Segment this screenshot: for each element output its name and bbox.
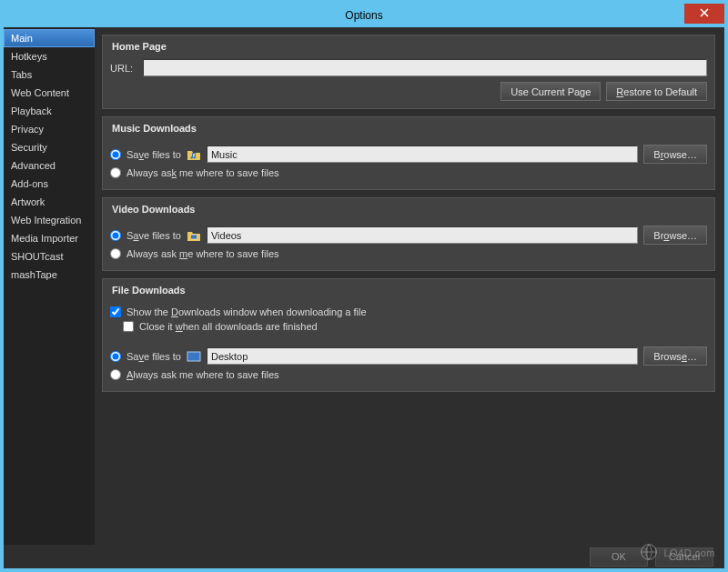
window-title: Options xyxy=(345,9,382,22)
main-panel: Home Page URL: Use Current Page Restore … xyxy=(95,27,724,545)
sidebar-item-media-importer[interactable]: Media Importer xyxy=(4,229,95,247)
file-save-label: Save files to xyxy=(126,351,181,362)
restore-default-button[interactable]: Restore to Default xyxy=(606,82,707,101)
titlebar: Options xyxy=(4,4,724,27)
section-video-downloads: Video Downloads Save files to Browse… Al… xyxy=(102,197,715,271)
section-title: Music Downloads xyxy=(110,117,707,141)
file-ask-radio[interactable] xyxy=(110,369,121,380)
sidebar-item-addons[interactable]: Add-ons xyxy=(4,175,95,193)
music-save-label: Save files to xyxy=(126,149,181,160)
sidebar-item-main[interactable]: Main xyxy=(4,29,95,47)
music-ask-row: Always ask me where to save files xyxy=(110,167,707,178)
svg-rect-1 xyxy=(187,352,200,361)
sidebar-item-tabs[interactable]: Tabs xyxy=(4,65,95,84)
sidebar-item-advanced[interactable]: Advanced xyxy=(4,156,95,175)
music-path-input[interactable] xyxy=(207,146,638,163)
sidebar-item-hotkeys[interactable]: Hotkeys xyxy=(4,47,95,65)
sidebar-item-playback[interactable]: Playback xyxy=(4,102,95,120)
options-window: Options Main Hotkeys Tabs Web Content Pl… xyxy=(0,0,728,572)
file-close-checkbox[interactable] xyxy=(123,321,134,332)
home-buttons: Use Current Page Restore to Default xyxy=(110,82,707,101)
video-ask-radio[interactable] xyxy=(110,248,121,259)
video-ask-label: Always ask me where to save files xyxy=(126,248,279,259)
music-browse-button[interactable]: Browse… xyxy=(643,145,707,164)
window-body: Main Hotkeys Tabs Web Content Playback P… xyxy=(4,27,724,545)
close-icon xyxy=(700,8,709,19)
section-music-downloads: Music Downloads Save files to Browse… Al… xyxy=(102,116,715,190)
video-save-radio[interactable] xyxy=(110,230,121,241)
file-save-radio[interactable] xyxy=(110,351,121,362)
sidebar-item-web-integration[interactable]: Web Integration xyxy=(4,211,95,229)
section-title: File Downloads xyxy=(110,279,707,303)
ok-button[interactable]: OK xyxy=(590,547,648,567)
music-folder-icon xyxy=(187,148,201,161)
video-ask-row: Always ask me where to save files xyxy=(110,248,707,259)
close-button[interactable] xyxy=(684,4,724,24)
sidebar-item-mashtape[interactable]: mashTape xyxy=(4,266,95,284)
dialog-footer: OK Cancel xyxy=(4,545,724,568)
file-ask-label: Always ask me where to save files xyxy=(126,369,279,380)
file-close-label: Close it when all downloads are finished xyxy=(139,321,318,332)
video-folder-icon xyxy=(187,229,201,242)
file-show-label: Show the Downloads window when downloadi… xyxy=(126,306,367,317)
file-close-row: Close it when all downloads are finished xyxy=(123,321,707,332)
file-save-row: Save files to Browse… xyxy=(110,346,707,366)
section-home-page: Home Page URL: Use Current Page Restore … xyxy=(102,35,715,109)
sidebar-item-artwork[interactable]: Artwork xyxy=(4,193,95,211)
section-title: Video Downloads xyxy=(110,198,707,222)
section-file-downloads: File Downloads Show the Downloads window… xyxy=(102,278,715,392)
sidebar: Main Hotkeys Tabs Web Content Playback P… xyxy=(4,27,95,545)
file-path-input[interactable] xyxy=(207,347,638,365)
file-ask-row: Always ask me where to save files xyxy=(110,369,707,380)
file-show-row: Show the Downloads window when downloadi… xyxy=(110,306,707,317)
video-browse-button[interactable]: Browse… xyxy=(643,226,707,245)
use-current-page-button[interactable]: Use Current Page xyxy=(500,82,601,101)
cancel-button[interactable]: Cancel xyxy=(655,547,713,567)
url-row: URL: xyxy=(110,59,707,76)
desktop-folder-icon xyxy=(187,350,201,363)
url-label: URL: xyxy=(110,63,137,74)
section-title: Home Page xyxy=(110,35,707,59)
file-browse-button[interactable]: Browse… xyxy=(643,346,707,366)
music-save-row: Save files to Browse… xyxy=(110,145,707,164)
video-save-label: Save files to xyxy=(126,230,181,241)
video-path-input[interactable] xyxy=(207,226,638,244)
music-save-radio[interactable] xyxy=(110,149,121,160)
music-ask-label: Always ask me where to save files xyxy=(126,167,279,178)
sidebar-item-security[interactable]: Security xyxy=(4,138,95,156)
file-show-checkbox[interactable] xyxy=(110,306,121,317)
sidebar-item-web-content[interactable]: Web Content xyxy=(4,84,95,102)
sidebar-item-shoutcast[interactable]: SHOUTcast xyxy=(4,247,95,266)
svg-rect-0 xyxy=(191,235,197,239)
sidebar-item-privacy[interactable]: Privacy xyxy=(4,120,95,138)
music-ask-radio[interactable] xyxy=(110,167,121,178)
url-input[interactable] xyxy=(143,59,707,76)
video-save-row: Save files to Browse… xyxy=(110,226,707,245)
